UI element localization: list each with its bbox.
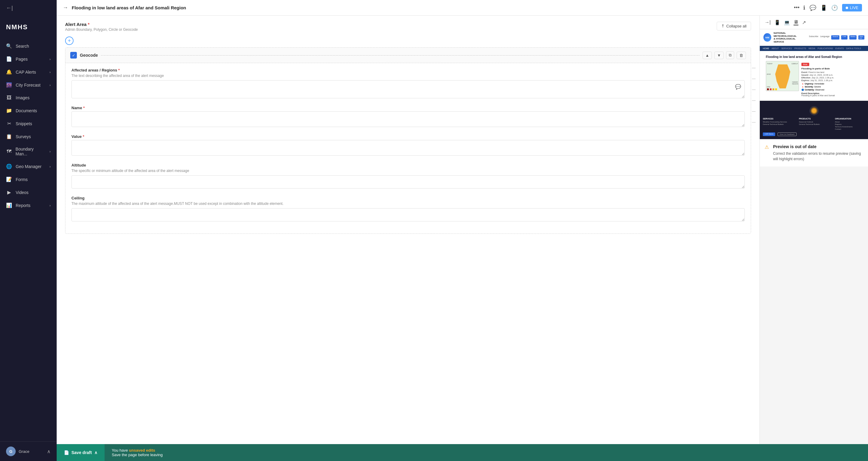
comments-icon[interactable]: 💬 <box>809 4 816 11</box>
sidebar-item-search[interactable]: 🔍 Search <box>0 39 57 53</box>
avatar: G <box>6 446 16 456</box>
history-icon[interactable]: 🕐 <box>831 4 838 11</box>
chevron-right-icon: › <box>50 150 51 153</box>
preview-mobile-icon[interactable]: 📱 <box>774 20 780 25</box>
section-collapse-5[interactable]: — <box>752 109 755 113</box>
footer-products: PRODUCTS Seasonal Outlook General Techni… <box>799 118 829 131</box>
affected-areas-label: Affected areas / Regions * <box>71 68 745 73</box>
map-legend <box>767 88 777 90</box>
geocode-down-button[interactable]: ▼ <box>714 52 724 59</box>
mockup-map: TIGRAY AFAR OPIA HARARIREGION DJIBOUT <box>766 61 799 91</box>
save-draft-button[interactable]: 📄 Save draft ∧ <box>57 444 104 461</box>
sidebar-item-surveys[interactable]: 📋 Surveys <box>0 130 57 143</box>
preview-expand-icon[interactable]: →| <box>765 20 771 25</box>
name-input[interactable] <box>71 111 745 127</box>
altitude-input[interactable] <box>71 175 745 189</box>
unsaved-link: unsaved edits <box>129 448 155 453</box>
alert-area-info: Alert Area * Admin Boundary, Polygon, Ci… <box>65 22 138 32</box>
sidebar-item-label: Snippets <box>16 121 32 126</box>
save-label: Save draft <box>71 450 92 455</box>
form-panel: Alert Area * Admin Boundary, Polygon, Ci… <box>57 16 760 461</box>
footer-org: ORGANISATION About Regions Terms & Amend… <box>835 118 865 131</box>
geocode-copy-button[interactable]: ⧉ <box>726 51 734 59</box>
snippets-icon: ✂ <box>6 121 12 126</box>
value-label: Value * <box>71 134 745 139</box>
footer-org-item-2: Regions <box>835 123 865 125</box>
name-label: Name * <box>71 106 745 110</box>
save-icon: 📄 <box>64 450 69 455</box>
comment-icon[interactable]: 💬 <box>735 84 741 90</box>
sidebar-item-city-forecast[interactable]: 🌆 City Forecast › <box>0 79 57 91</box>
info-icon[interactable]: ℹ <box>803 4 805 11</box>
pages-icon: 📄 <box>6 56 12 62</box>
sidebar-item-videos[interactable]: ▶ Videos <box>0 186 57 199</box>
nav-data: DATA & TOOLS <box>846 47 861 50</box>
sidebar-item-snippets[interactable]: ✂ Snippets <box>0 117 57 130</box>
sidebar-item-forms[interactable]: 📝 Forms <box>0 173 57 186</box>
preview-desktop-icon[interactable]: 🖥 <box>794 19 798 25</box>
sidebar-item-label: Documents <box>16 108 37 113</box>
chevron-right-icon: › <box>50 83 51 87</box>
sidebar-item-label: CAP Alerts <box>16 70 36 75</box>
mockup-footer-grid: SERVICES Weather Forecasting Services Ge… <box>763 118 865 131</box>
affected-areas-sublabel: The text describing the affected area of… <box>71 74 745 78</box>
warning-icon: ⚠ <box>765 144 769 150</box>
ceiling-field: Ceiling The maximum altitude of the affe… <box>71 196 745 223</box>
user-menu-chevron[interactable]: ∧ <box>47 449 51 454</box>
save-prefix: You have <box>112 448 128 453</box>
value-field: Value * <box>71 134 745 157</box>
collapse-all-button[interactable]: ⤒ Collapse all <box>717 22 751 30</box>
preview-tablet-icon[interactable]: 💻 <box>784 20 790 25</box>
ceiling-input[interactable] <box>71 208 745 222</box>
sidebar: ←| NMHS 🔍 Search 📄 Pages › 🔔 CAP Alerts … <box>0 0 57 461</box>
alert-area-header: Alert Area * Admin Boundary, Polygon, Ci… <box>65 22 751 32</box>
nav-products: PRODUCTS <box>794 47 806 50</box>
mockup-footer: SERVICES Weather Forecasting Services Ge… <box>760 101 868 139</box>
geocode-up-button[interactable]: ▲ <box>703 52 712 59</box>
sidebar-item-label: Reports <box>16 203 30 208</box>
sidebar-item-boundary-man[interactable]: 🗺 Boundary Man... › <box>0 143 57 160</box>
sidebar-item-reports[interactable]: 📊 Reports › <box>0 199 57 212</box>
topbar-actions: ℹ 💬 📱 🕐 LIVE <box>803 4 862 11</box>
app-logo: NMHS <box>0 16 57 37</box>
live-button[interactable]: LIVE <box>842 4 862 11</box>
value-input[interactable] <box>71 140 745 156</box>
section-collapse-3[interactable]: — <box>752 87 755 92</box>
mockup-main-nav: HOME ABOUT SERVICES PRODUCTS MEDIA PUBLI… <box>760 46 868 51</box>
sidebar-collapse-button[interactable]: ←| <box>0 0 57 16</box>
sidebar-item-geo-manager[interactable]: 🌐 Geo Manager › <box>0 160 57 173</box>
city-forecast-icon: 🌆 <box>6 82 12 88</box>
more-options-button[interactable]: ••• <box>794 4 800 11</box>
mockup-header: NM NATIONAL METEOROLOGICAL& HYDROLOGICAL… <box>760 29 868 46</box>
geocode-actions: ▲ ▼ ⧉ 🗑 <box>703 51 746 59</box>
section-collapse-6[interactable]: — <box>752 120 755 124</box>
section-collapse-2[interactable]: — <box>752 77 755 81</box>
section-collapse-4[interactable]: — <box>752 98 755 103</box>
section-collapse-1[interactable]: — <box>752 66 755 70</box>
legend-minor <box>775 88 777 90</box>
topbar: → Flooding in low land areas of Afar and… <box>57 0 868 16</box>
nav-home: HOME <box>763 47 769 50</box>
legend-extreme <box>767 88 769 90</box>
sidebar-item-documents[interactable]: 📁 Documents <box>0 104 57 117</box>
event-desc-label: Event Description <box>801 92 862 94</box>
geocode-delete-button[interactable]: 🗑 <box>737 52 746 59</box>
footer-feedback-btn[interactable]: Give Us Feedback <box>778 133 797 136</box>
preview-content: NM NATIONAL METEOROLOGICAL& HYDROLOGICAL… <box>760 29 868 461</box>
surveys-icon: 📋 <box>6 134 12 139</box>
sidebar-item-cap-alerts[interactable]: 🔔 CAP Alerts › <box>0 65 57 79</box>
warning-content: ⚠ Preview is out of date Correct the val… <box>765 144 863 162</box>
sidebar-toggle-button[interactable]: → <box>63 4 68 11</box>
detail-event: Event: Flood in low land <box>801 71 862 73</box>
preview-external-icon[interactable]: ↗ <box>802 20 806 25</box>
add-geocode-button[interactable]: + <box>65 36 73 45</box>
geocode-divider <box>101 55 700 56</box>
sidebar-item-images[interactable]: 🖼 Images <box>0 91 57 104</box>
mockup-nav-subscribe: Subscribe <box>809 35 818 39</box>
affected-areas-wrapper: 💬 <box>71 80 745 99</box>
affected-areas-input[interactable] <box>71 80 745 98</box>
mockup-nav-search: Search <box>831 35 839 39</box>
footer-cap-btn[interactable]: CAP Alerts <box>763 133 775 136</box>
sidebar-item-pages[interactable]: 📄 Pages › <box>0 53 57 65</box>
mobile-preview-icon[interactable]: 📱 <box>820 4 827 11</box>
